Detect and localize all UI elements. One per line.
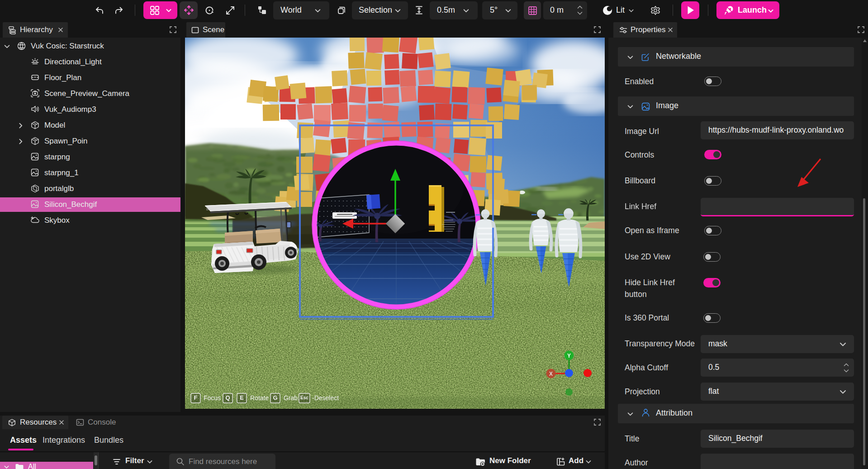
svg-text:-Deselect: -Deselect [312, 394, 339, 402]
svg-text:Y: Y [567, 353, 571, 359]
svg-text:F: F [194, 394, 198, 401]
svg-text:X: X [549, 371, 553, 377]
svg-text:Esc: Esc [300, 395, 308, 400]
svg-text:Rotate: Rotate [250, 394, 269, 402]
svg-text:Grab.: Grab. [284, 394, 299, 402]
svg-text:E: E [240, 394, 244, 401]
svg-text:G: G [273, 394, 277, 401]
svg-text:Focus: Focus [204, 394, 221, 402]
svg-text:Q: Q [225, 394, 230, 401]
